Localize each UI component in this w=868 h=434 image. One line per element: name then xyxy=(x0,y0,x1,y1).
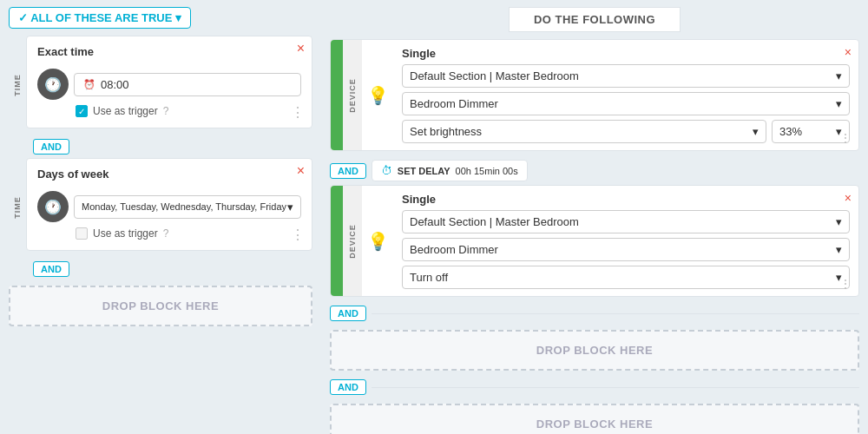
and-row-right-2: AND xyxy=(330,379,859,395)
trigger-row-1: Use as trigger ? xyxy=(37,105,301,117)
days-row: 🕐 Monday, Tuesday, Wednesday, Thursday, … xyxy=(37,191,301,222)
action-2-device-chevron: ▾ xyxy=(836,243,842,256)
clock-icon: 🕐 xyxy=(37,69,69,100)
close-days[interactable]: × xyxy=(297,164,305,178)
drag-dots-2[interactable]: ⋮ xyxy=(839,277,852,291)
action-card-1: DEVICE 💡 Single Default Section | Master… xyxy=(330,39,859,151)
trigger-row-2: Use as trigger ? xyxy=(37,227,301,240)
trigger-help-2[interactable]: ? xyxy=(163,227,169,240)
action-2-section-chevron: ▾ xyxy=(836,215,842,228)
action-1-brightness-select[interactable]: 33% ▾ xyxy=(772,120,850,143)
action-1-device-select[interactable]: Bedroom Dimmer ▾ xyxy=(402,92,850,115)
separator-1 xyxy=(372,313,859,314)
trigger-help-1[interactable]: ? xyxy=(163,105,169,117)
action-1-action-select[interactable]: Set brightness ▾ xyxy=(402,120,766,143)
exact-time-title: Exact time xyxy=(27,36,312,63)
left-panel: ✓ ALL OF THESE ARE TRUE ▾ TIME × Exact t… xyxy=(0,0,321,434)
close-action-1[interactable]: × xyxy=(845,45,852,59)
action-card-1-inner: Single Default Section | Master Bedroom … xyxy=(393,40,858,150)
right-drop-block-2[interactable]: DROP BLOCK HERE xyxy=(330,404,859,434)
set-delay-value: 00h 15min 00s xyxy=(456,166,518,176)
and-row-right-1: AND xyxy=(330,306,859,321)
and-badge-right-1: AND xyxy=(330,163,366,179)
days-chevron: ▾ xyxy=(287,201,293,214)
bulb-area-2: 💡 xyxy=(362,186,393,296)
action-2-device: Bedroom Dimmer xyxy=(410,243,498,256)
action-1-section: Default Section | Master Bedroom xyxy=(410,69,579,82)
right-panel: DO THE FOLLOWING DEVICE 💡 Single Default… xyxy=(321,0,868,434)
action-2-section-select[interactable]: Default Section | Master Bedroom ▾ xyxy=(402,210,850,233)
days-title: Days of week xyxy=(27,159,312,186)
exact-time-block: × Exact time 🕐 ⏰ 08:00 Use as trigger xyxy=(26,36,312,128)
left-drop-label: DROP BLOCK HERE xyxy=(102,299,219,312)
days-value: Monday, Tuesday, Wednesday, Thursday, Fr… xyxy=(82,201,286,212)
action-1-device: Bedroom Dimmer xyxy=(410,97,498,110)
action-1-device-chevron: ▾ xyxy=(836,97,842,110)
set-delay-clock-icon: ⏱ xyxy=(381,164,392,177)
time-row: 🕐 ⏰ 08:00 xyxy=(37,69,301,100)
bulb-icon-1: 💡 xyxy=(367,85,389,106)
right-drop-label-2: DROP BLOCK HERE xyxy=(536,418,653,431)
device-label-2: DEVICE xyxy=(348,224,357,259)
set-delay-bar: AND ⏱ SET DELAY 00h 15min 00s xyxy=(330,160,859,181)
device-label-1: DEVICE xyxy=(348,78,357,113)
bulb-icon-2: 💡 xyxy=(367,231,389,252)
drag-handle-1[interactable]: ⋮ xyxy=(291,104,305,121)
green-bar-1 xyxy=(331,40,343,150)
set-delay-tag[interactable]: ⏱ SET DELAY 00h 15min 00s xyxy=(372,160,528,181)
action-2-title: Single xyxy=(402,193,850,206)
days-icon: 🕐 xyxy=(37,191,69,222)
device-label-bar-1: DEVICE xyxy=(343,40,362,150)
close-action-2[interactable]: × xyxy=(845,191,852,205)
action-2-section: Default Section | Master Bedroom xyxy=(410,215,579,228)
days-select[interactable]: Monday, Tuesday, Wednesday, Thursday, Fr… xyxy=(74,195,301,219)
trigger-checkbox-1[interactable] xyxy=(76,105,88,117)
action-1-action-label: Set brightness xyxy=(410,125,482,138)
and-badge-right-3: AND xyxy=(330,379,366,395)
trigger-label-1: Use as trigger xyxy=(93,105,158,117)
action-1-action-chevron: ▾ xyxy=(753,125,759,138)
drag-dots-1[interactable]: ⋮ xyxy=(839,131,852,145)
time-input[interactable]: ⏰ 08:00 xyxy=(74,73,301,96)
trigger-checkbox-2[interactable] xyxy=(76,227,88,240)
close-exact-time[interactable]: × xyxy=(297,42,305,56)
bulb-area-1: 💡 xyxy=(362,40,393,150)
left-drop-block[interactable]: DROP BLOCK HERE xyxy=(9,286,312,326)
action-2-device-select[interactable]: Bedroom Dimmer ▾ xyxy=(402,238,850,261)
days-of-week-block: × Days of week 🕐 Monday, Tuesday, Wednes… xyxy=(26,158,312,251)
trigger-label-2: Use as trigger xyxy=(93,227,158,240)
all-of-these-label: ✓ ALL OF THESE ARE TRUE ▾ xyxy=(18,11,181,24)
time-label-2: TIME xyxy=(13,196,22,219)
right-drop-label-1: DROP BLOCK HERE xyxy=(536,344,653,357)
separator-2 xyxy=(372,387,859,388)
exact-time-body: 🕐 ⏰ 08:00 Use as trigger ? xyxy=(27,63,312,128)
do-following-label: DO THE FOLLOWING xyxy=(509,7,681,32)
action-1-brightness-row: Set brightness ▾ 33% ▾ xyxy=(402,120,850,143)
action-1-section-chevron: ▾ xyxy=(836,69,842,82)
left-content: TIME × Exact time 🕐 ⏰ 08:00 xyxy=(0,36,321,326)
action-1-title: Single xyxy=(402,47,850,60)
do-following-bar: DO THE FOLLOWING xyxy=(330,7,859,32)
green-bar-2 xyxy=(331,186,343,296)
right-drop-block-1[interactable]: DROP BLOCK HERE xyxy=(330,330,859,371)
action-1-section-select[interactable]: Default Section | Master Bedroom ▾ xyxy=(402,64,850,88)
time-value: 08:00 xyxy=(101,78,129,91)
and-badge-right-2: AND xyxy=(330,306,366,321)
action-2-action-label: Turn off xyxy=(410,271,448,284)
device-label-bar-2: DEVICE xyxy=(343,186,362,296)
time-label-1: TIME xyxy=(13,74,22,96)
set-delay-label: SET DELAY xyxy=(398,166,450,176)
and-badge-1: AND xyxy=(33,139,69,155)
and-badge-2: AND xyxy=(33,261,69,277)
drag-handle-2[interactable]: ⋮ xyxy=(291,227,305,243)
action-2-action-select[interactable]: Turn off ▾ xyxy=(402,266,850,289)
action-card-2: DEVICE 💡 Single Default Section | Master… xyxy=(330,185,859,297)
time-dot-icon: ⏰ xyxy=(83,79,95,90)
days-body: 🕐 Monday, Tuesday, Wednesday, Thursday, … xyxy=(27,186,312,250)
and-badge-2-container: AND xyxy=(26,258,312,280)
all-of-these-button[interactable]: ✓ ALL OF THESE ARE TRUE ▾ xyxy=(9,7,191,29)
and-badge-1-container: AND xyxy=(26,135,312,158)
action-1-brightness: 33% xyxy=(779,125,802,138)
action-card-2-inner: Single Default Section | Master Bedroom … xyxy=(393,186,858,296)
